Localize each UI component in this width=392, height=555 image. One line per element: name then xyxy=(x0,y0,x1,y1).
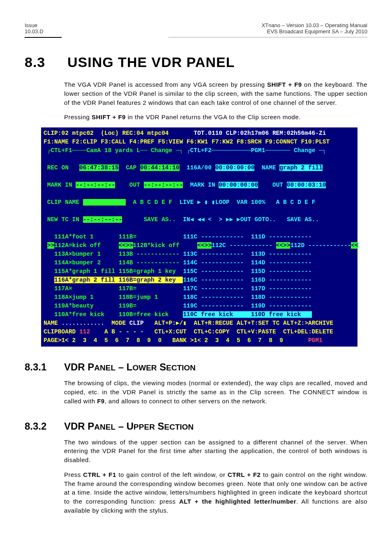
section-number: 8.3 xyxy=(25,54,53,70)
section-title: USING THE VDR PANEL xyxy=(67,54,235,70)
subsection-1-title: VDR PANEL – LOWER SECTION xyxy=(64,361,196,373)
subsection-1-number: 8.3.1 xyxy=(25,361,53,373)
header-product: XTnano – Version 10.03 – Operating Manua… xyxy=(262,22,367,28)
page-header: Issue 10.03.D XTnano – Version 10.03 – O… xyxy=(25,22,367,35)
header-company: EVS Broadcast Equipment SA – July 2010 xyxy=(262,28,367,35)
vdr-panel-screenshot: CLIP:02 mtpc02 (Loc) REC:04 mtpc04 TOT.0… xyxy=(41,127,357,347)
section-heading: 8.3 USING THE VDR PANEL xyxy=(25,54,367,70)
subsection-2-paragraph-1: The two windows of the upper section can… xyxy=(64,438,367,465)
subsection-2-paragraph-2: Press CTRL + F1 to gain control of the l… xyxy=(64,470,367,515)
subsection-2-heading: 8.3.2 VDR PANEL – UPPER SECTION xyxy=(25,421,367,432)
header-divider xyxy=(25,37,367,38)
subsection-2-number: 8.3.2 xyxy=(25,421,53,432)
intro-paragraph-2: Pressing SHIFT + F9 in the VDR Panel ret… xyxy=(64,113,367,122)
header-issue: Issue xyxy=(25,22,44,28)
intro-paragraph-1: The VGA VDR Panel is accessed from any V… xyxy=(64,80,367,107)
subsection-1-paragraph: The browsing of clips, the viewing modes… xyxy=(64,379,367,405)
subsection-2-title: VDR PANEL – UPPER SECTION xyxy=(64,421,194,432)
subsection-1-heading: 8.3.1 VDR PANEL – LOWER SECTION xyxy=(25,361,367,373)
header-version: 10.03.D xyxy=(25,28,44,35)
